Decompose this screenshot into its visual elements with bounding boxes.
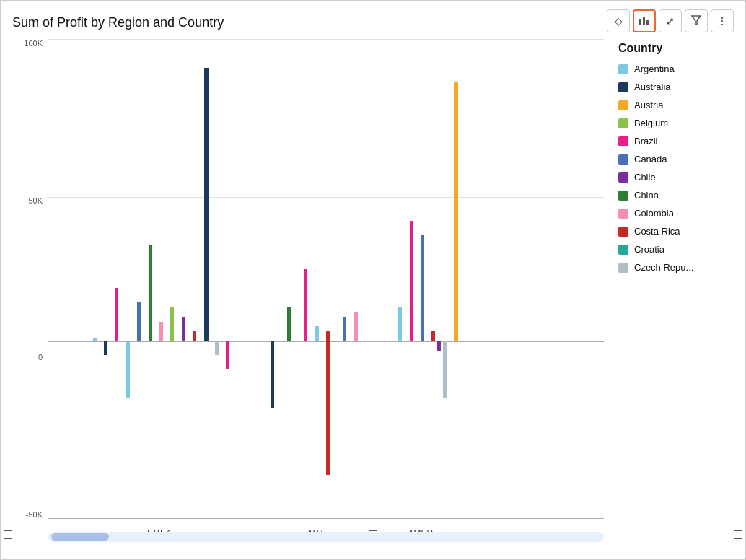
legend-color-0 [618, 64, 628, 74]
legend-label-8: Colombia [634, 208, 674, 219]
filter-icon [691, 15, 701, 27]
chart-body: 100K 50K 0 -50K [12, 39, 734, 548]
toolbar: ◇ ⤢ ⋮ [607, 9, 734, 32]
resize-handle-tm[interactable] [369, 4, 377, 12]
legend-label-10: Croatia [634, 244, 664, 255]
legend-items: Argentina Australia Austria Belgium Braz… [618, 64, 734, 273]
resize-handle-ml[interactable] [4, 276, 12, 284]
bar-emea-costarica [193, 331, 196, 341]
legend-color-7 [618, 191, 628, 201]
bar-apj-australia-neg [271, 341, 274, 408]
bar-emea-argentina-neg [126, 341, 130, 398]
y-label-100k: 100K [24, 39, 43, 48]
legend-item-czech-repu---: Czech Repu... [618, 262, 734, 273]
bar-emea-brazil-neg [226, 341, 229, 369]
bar-chart-icon [639, 14, 650, 28]
bar-apj-colombia [354, 312, 358, 341]
legend-item-brazil: Brazil [618, 136, 734, 146]
legend-color-8 [618, 209, 628, 219]
legend-item-argentina: Argentina [618, 64, 734, 74]
legend-color-6 [618, 172, 628, 183]
legend-label-2: Austria [634, 100, 663, 110]
resize-handle-br[interactable] [734, 530, 742, 539]
scrollbar-track[interactable] [48, 532, 604, 542]
y-label-neg50k: -50K [26, 510, 43, 519]
resize-handle-tl[interactable] [4, 4, 12, 12]
legend-item-china: China [618, 190, 734, 201]
bar-emea-australia-big [204, 68, 209, 341]
svg-rect-1 [643, 17, 645, 25]
more-icon: ⋮ [717, 15, 727, 27]
legend-color-9 [618, 227, 628, 237]
legend-label-1: Australia [634, 82, 671, 92]
bar-amer-canada [421, 235, 424, 341]
bar-emea-china [149, 245, 152, 341]
bar-emea-czech [215, 341, 219, 355]
y-axis: 100K 50K 0 -50K [12, 39, 48, 519]
bar-apj-costa-rica-neg [326, 341, 330, 475]
legend-item-chile: Chile [618, 172, 734, 183]
hint-button[interactable]: ◇ [607, 9, 630, 32]
legend-color-11 [618, 263, 628, 273]
plot-area: EMEA APJ AMER [48, 39, 604, 519]
svg-rect-0 [639, 19, 641, 25]
legend-item-colombia: Colombia [618, 208, 734, 219]
bar-apj-argentina [315, 326, 319, 341]
chart-container: ◇ ⤢ ⋮ Sum of Profit by Reg [0, 0, 746, 560]
legend-item-canada: Canada [618, 154, 734, 165]
bar-amer-czech-neg [443, 341, 447, 398]
legend-item-austria: Austria [618, 100, 734, 110]
bar-amer-argentina [398, 307, 402, 341]
bar-amer-austria [454, 82, 458, 341]
resize-handle-bl[interactable] [4, 530, 12, 539]
legend-label-9: Costa Rica [634, 226, 680, 237]
legend-label-5: Canada [634, 154, 667, 165]
resize-handle-tr[interactable] [734, 4, 742, 12]
bar-amer-brazil [410, 221, 413, 341]
bar-emea-australia [104, 341, 107, 355]
legend-label-4: Brazil [634, 136, 658, 146]
bar-emea-belgium [170, 307, 174, 341]
legend-color-1 [618, 82, 628, 92]
bar-amer-chile-neg [437, 341, 441, 350]
legend-label-11: Czech Repu... [634, 262, 693, 273]
bar-apj-brazil [304, 269, 307, 341]
legend-color-2 [618, 100, 628, 110]
expand-icon: ⤢ [666, 15, 675, 27]
bar-emea-colombia [159, 322, 163, 341]
legend-label-0: Argentina [634, 64, 675, 74]
bar-chart-button[interactable] [633, 9, 656, 32]
legend-color-4 [618, 136, 628, 146]
y-label-50k: 50K [28, 196, 43, 205]
legend-color-10 [618, 245, 628, 255]
legend-title: Country [618, 42, 734, 55]
legend-item-australia: Australia [618, 82, 734, 92]
bar-apj-cr [326, 331, 330, 341]
more-button[interactable]: ⋮ [711, 9, 734, 32]
legend-item-croatia: Croatia [618, 244, 734, 255]
legend-label-6: Chile [634, 172, 656, 183]
bar-emea-chile-pos [182, 317, 185, 341]
svg-rect-2 [646, 20, 649, 25]
chart-area: 100K 50K 0 -50K [12, 39, 604, 548]
svg-marker-3 [692, 16, 701, 25]
hint-icon: ◇ [615, 15, 623, 27]
bar-apj-china [287, 307, 291, 341]
expand-button[interactable]: ⤢ [659, 9, 682, 32]
legend-color-3 [618, 118, 628, 128]
bar-apj-canada [343, 317, 346, 341]
legend-color-5 [618, 154, 628, 165]
bar-emea-argentina [93, 338, 97, 341]
filter-button[interactable] [685, 9, 708, 32]
legend-label-7: China [634, 190, 659, 201]
legend-item-costa-rica: Costa Rica [618, 226, 734, 237]
scrollbar-thumb[interactable] [51, 533, 109, 541]
grid-line-100k [48, 39, 604, 40]
bar-emea-canada [137, 302, 141, 341]
bar-amer-costarica [431, 331, 435, 341]
legend-label-3: Belgium [634, 118, 668, 128]
bar-emea-brazil [115, 288, 118, 341]
grid-line-50k [48, 197, 604, 198]
legend: Country Argentina Australia Austria Belg… [604, 39, 734, 548]
resize-handle-mr[interactable] [734, 276, 742, 284]
